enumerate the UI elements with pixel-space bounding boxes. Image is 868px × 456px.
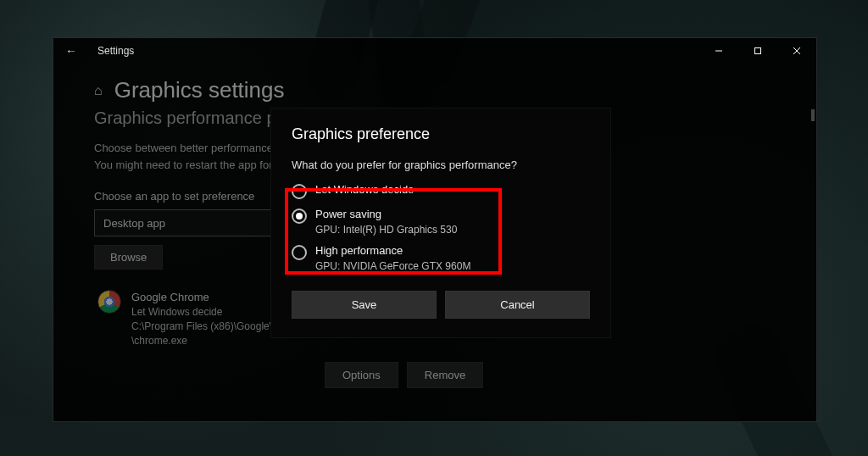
radio-sublabel: GPU: Intel(R) HD Graphics 530 xyxy=(315,224,457,236)
window-controls xyxy=(699,38,816,64)
home-icon[interactable]: ⌂ xyxy=(94,83,103,98)
radio-indicator xyxy=(292,184,307,199)
dialog-prompt: What do you prefer for graphics performa… xyxy=(292,158,590,171)
radio-label: Let Windows decide xyxy=(315,183,414,197)
radio-indicator xyxy=(292,245,307,260)
options-button[interactable]: Options xyxy=(325,362,398,388)
minimize-button[interactable] xyxy=(699,38,738,64)
app-pref: Let Windows decide xyxy=(131,305,272,320)
maximize-button[interactable] xyxy=(738,38,777,64)
window-title: Settings xyxy=(97,45,134,57)
cancel-button[interactable]: Cancel xyxy=(445,291,590,319)
chrome-icon xyxy=(97,290,121,314)
titlebar: ← Settings xyxy=(53,38,816,64)
radio-label: High performance xyxy=(315,244,470,259)
radio-indicator xyxy=(292,209,307,224)
svg-rect-1 xyxy=(755,48,761,54)
scroll-thumb[interactable] xyxy=(811,109,815,121)
app-path: \chrome.exe xyxy=(131,334,272,348)
graphics-preference-dialog: Graphics preference What do you prefer f… xyxy=(271,108,610,337)
save-button[interactable]: Save xyxy=(292,291,437,319)
back-button[interactable]: ← xyxy=(65,44,77,58)
page-title: Graphics settings xyxy=(114,77,285,103)
radio-power-saving[interactable]: Power saving GPU: Intel(R) HD Graphics 5… xyxy=(292,208,590,236)
app-path: C:\Program Files (x86)\Google\ xyxy=(131,320,272,334)
browse-button[interactable]: Browse xyxy=(94,245,163,270)
remove-button[interactable]: Remove xyxy=(407,362,483,388)
dialog-title: Graphics preference xyxy=(292,125,590,143)
scrollbar[interactable] xyxy=(811,109,815,279)
close-button[interactable] xyxy=(777,38,816,64)
radio-let-windows-decide[interactable]: Let Windows decide xyxy=(292,183,590,199)
radio-label: Power saving xyxy=(315,208,457,222)
desc-line: You might need to restart the app for y xyxy=(94,158,281,171)
radio-group: Let Windows decide Power saving GPU: Int… xyxy=(292,183,590,272)
desc-line: Choose between better performance or xyxy=(94,142,286,154)
radio-high-performance[interactable]: High performance GPU: NVIDIA GeForce GTX… xyxy=(292,244,590,272)
app-name: Google Chrome xyxy=(131,290,272,305)
radio-sublabel: GPU: NVIDIA GeForce GTX 960M xyxy=(315,260,470,272)
select-value: Desktop app xyxy=(103,217,165,230)
